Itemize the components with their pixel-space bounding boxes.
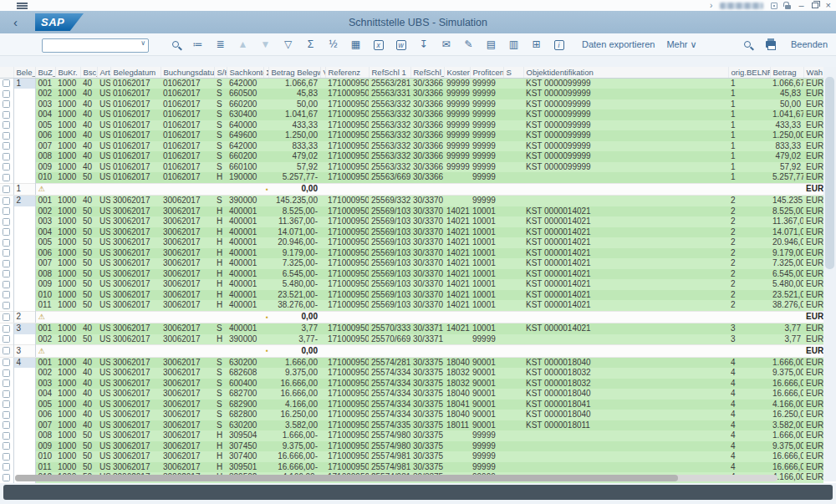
local-file-icon[interactable]: ↧ — [412, 33, 435, 56]
row-checkbox[interactable] — [3, 453, 10, 461]
more-button[interactable]: Mehr ∨ — [666, 39, 696, 50]
command-field[interactable] — [42, 38, 149, 53]
views-icon[interactable]: ▦ — [344, 33, 367, 56]
column-header-s[interactable]: S — [503, 67, 523, 78]
table-row[interactable]: 007100040US3006201730062017S6302003.582,… — [0, 420, 823, 431]
row-checkbox[interactable] — [3, 335, 10, 343]
export-spreadsheet-icon[interactable]: x — [367, 33, 390, 56]
row-checkbox[interactable] — [3, 111, 10, 119]
table-row[interactable]: 004100040US3006201730062017S68270016.666… — [0, 389, 823, 400]
hamburger-menu-icon[interactable] — [17, 3, 28, 9]
column-header-bele[interactable]: Bele_▲ — [13, 67, 35, 78]
column-header-sh[interactable]: S/H — [214, 67, 227, 78]
display-list-icon[interactable]: ≣ — [209, 33, 232, 56]
table-row[interactable]: 005100050US3006201730062017H40000120.946… — [0, 237, 823, 248]
table-row[interactable]: 003100040US0106201701062017S66020050,001… — [0, 99, 823, 110]
vertical-scrollbar[interactable] — [823, 67, 836, 481]
table-row[interactable]: 003100050US3006201730062017H40000111.367… — [0, 216, 823, 227]
word-processing-icon[interactable]: w — [390, 33, 412, 56]
print-icon[interactable] — [766, 41, 776, 48]
row-checkbox[interactable] — [3, 79, 10, 87]
column-header-cb[interactable] — [0, 67, 13, 78]
export-data-button[interactable]: Daten exportieren — [582, 39, 655, 49]
row-checkbox[interactable] — [3, 218, 10, 226]
mail-icon[interactable]: ✉ — [435, 33, 457, 56]
row-checkbox[interactable] — [3, 249, 10, 257]
table-row[interactable]: 010100050US0106201701062017H1900005.257,… — [0, 172, 823, 183]
minimize-button[interactable]: – — [798, 0, 803, 11]
row-checkbox[interactable] — [3, 369, 10, 377]
row-checkbox[interactable] — [3, 421, 10, 429]
graphic-icon[interactable]: ✎ — [457, 33, 480, 56]
column-header-obj[interactable]: Objektidentifikation — [523, 67, 728, 78]
table-row[interactable]: 005100040US0106201701062017S640000433,33… — [0, 120, 823, 131]
column-header-bukr[interactable]: BuKr. — [55, 67, 80, 78]
row-checkbox[interactable] — [3, 347, 10, 354]
table-row[interactable]: 006100050US3006201730062017H4000019.179,… — [0, 248, 823, 259]
column-header-rs1[interactable]: RefSchl 1 — [369, 67, 410, 78]
table-row[interactable]: 2001100040US3006201730062017S390000145.2… — [0, 196, 823, 206]
row-checkbox[interactable] — [3, 100, 10, 108]
row-checkbox[interactable] — [3, 281, 10, 288]
column-header-skto[interactable]: Sachkonto — [227, 67, 263, 78]
table-row[interactable]: 004100050US3006201730062017H40000114.071… — [0, 227, 823, 238]
row-checkbox[interactable] — [3, 121, 10, 129]
row-checkbox[interactable] — [3, 142, 10, 150]
table-row[interactable]: 010100050US3006201730062017H40000123.521… — [0, 290, 823, 301]
row-checkbox[interactable] — [3, 313, 10, 321]
table-row[interactable]: 006100040US0106201701062017S6496001.250,… — [0, 130, 823, 141]
subtotal-row[interactable]: 1⚠▪0,00EUR — [0, 183, 823, 196]
table-row[interactable]: 003100040US3006201730062017S60040016.666… — [0, 379, 823, 389]
horizontal-scrollbar[interactable] — [15, 475, 777, 481]
table-row[interactable]: 011100050US3006201730062017H40000138.276… — [0, 300, 823, 311]
table-row[interactable]: 1001100040US0106201701062017S6420001.066… — [0, 78, 823, 89]
table-row[interactable]: 005100040US3006201730062017S6829004.166,… — [0, 400, 823, 410]
table-row[interactable]: 4001100040US3006201730062017S6302001.666… — [0, 357, 823, 368]
table-row[interactable]: 007100040US0106201701062017S642000833,33… — [0, 141, 823, 152]
total-icon[interactable]: Σ — [299, 33, 322, 56]
column-header-bdat[interactable]: Belegdatum — [110, 67, 161, 78]
table-row[interactable]: 002100040US3006201730062017S6826089.375,… — [0, 368, 823, 379]
close-button[interactable]: × — [826, 0, 831, 11]
column-header-budat[interactable]: Buchungsdatum — [161, 67, 214, 78]
column-header-vorz[interactable]: Vorz. — [320, 67, 325, 78]
column-header-buz[interactable]: BuZ_ — [35, 67, 55, 78]
table-row[interactable]: 006100040US3006201730062017S68280016.250… — [0, 410, 823, 420]
row-checkbox[interactable] — [3, 390, 10, 398]
column-header-ref[interactable]: Referenz — [325, 67, 369, 78]
row-checkbox[interactable] — [3, 186, 10, 193]
session-icon[interactable] — [771, 3, 777, 9]
search-icon[interactable] — [744, 41, 751, 48]
row-checkbox[interactable] — [3, 228, 10, 236]
row-checkbox[interactable] — [3, 291, 10, 298]
column-header-rs2[interactable]: RefSchl_ — [410, 67, 444, 78]
table-row[interactable]: 002100050US3006201730062017H4000018.525,… — [0, 206, 823, 217]
column-header-sig[interactable]: Σ — [263, 67, 268, 78]
row-checkbox[interactable] — [3, 132, 10, 140]
filter-icon[interactable]: ▽ — [277, 33, 299, 56]
table-row[interactable]: 009100050US3006201730062017H3074509.375,… — [0, 441, 823, 452]
master-data-icon[interactable]: ▥ — [502, 33, 525, 56]
row-checkbox[interactable] — [3, 325, 10, 333]
table-row[interactable]: 002100050US3006201730062017H3900003,77-1… — [0, 334, 823, 345]
row-checkbox[interactable] — [3, 379, 10, 387]
row-checkbox[interactable] — [3, 400, 10, 408]
column-header-bsc[interactable]: Bsc_ — [80, 67, 97, 78]
row-checkbox[interactable] — [3, 239, 10, 247]
row-checkbox[interactable] — [3, 163, 10, 171]
row-checkbox[interactable] — [3, 302, 10, 309]
row-checkbox[interactable] — [3, 260, 10, 267]
row-checkbox[interactable] — [3, 432, 10, 440]
table-row[interactable]: 008100050US3006201730062017H3095041.666,… — [0, 430, 823, 441]
table-row[interactable]: 008100040US0106201701062017S660200479,02… — [0, 151, 823, 162]
find-icon[interactable] — [164, 33, 186, 56]
info-icon[interactable]: i — [548, 33, 570, 56]
layout-add-icon[interactable]: ⊞ — [525, 33, 548, 56]
choose-details-icon[interactable]: ≔ — [186, 33, 209, 56]
restore-button[interactable] — [812, 3, 818, 8]
row-checkbox[interactable] — [3, 90, 10, 98]
subtotal-row[interactable]: 2⚠▪0,00EUR — [0, 311, 823, 323]
column-header-kost[interactable]: Kostenst. — [444, 67, 470, 78]
table-row[interactable]: 004100040US0106201701062017S6304001.041,… — [0, 109, 823, 120]
column-header-orig[interactable]: orig.BELNR — [728, 67, 770, 78]
